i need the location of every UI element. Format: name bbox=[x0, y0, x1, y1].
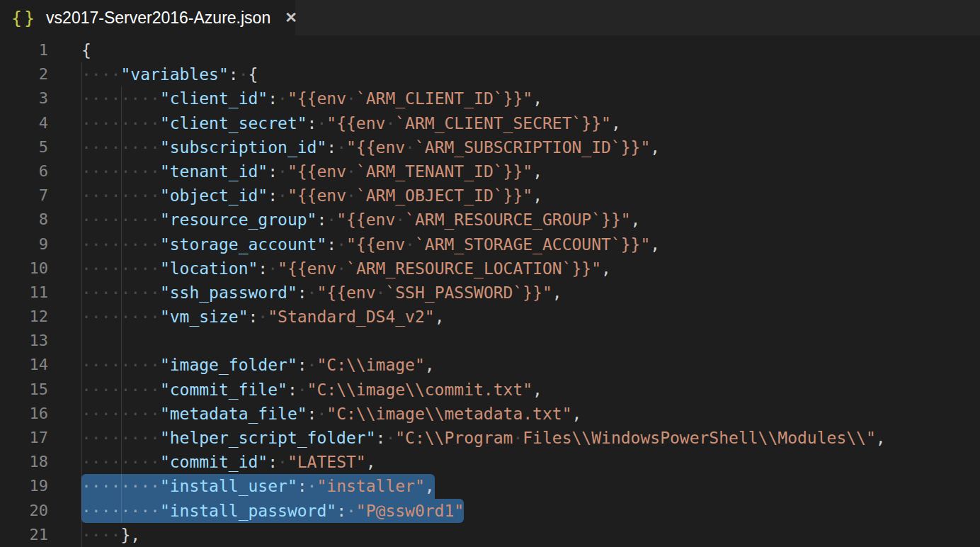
code-token: "C:\\image" bbox=[317, 356, 424, 374]
code-text: ········"resource_group":·"{{env·`ARM_RE… bbox=[81, 208, 640, 232]
code-token: ········ bbox=[81, 429, 160, 447]
whitespace-dot: · bbox=[111, 429, 121, 447]
code-line[interactable]: 10········"location":·"{{env·`ARM_RESOUR… bbox=[0, 256, 980, 281]
code-line[interactable]: 21····}, bbox=[0, 523, 980, 547]
line-number[interactable]: 21 bbox=[0, 523, 48, 547]
code-token: :· bbox=[258, 259, 278, 278]
code-line[interactable]: 12········"vm_size":·"Standard_DS4_v2", bbox=[0, 305, 980, 329]
code-token: "{{env·`ARM_STORAGE_ACCOUNT`}}" bbox=[346, 235, 650, 254]
whitespace-dot: · bbox=[130, 405, 140, 423]
whitespace-dot: · bbox=[140, 405, 150, 423]
whitespace-dot: · bbox=[120, 405, 130, 423]
code-token: , bbox=[532, 186, 542, 205]
whitespace-dot: · bbox=[297, 380, 307, 399]
code-token: "installer" bbox=[317, 477, 424, 495]
line-number[interactable]: 19 bbox=[0, 474, 48, 498]
whitespace-dot: · bbox=[346, 502, 356, 520]
whitespace-dot: · bbox=[130, 259, 140, 278]
code-line[interactable]: 9········"storage_account":·"{{env·`ARM_… bbox=[0, 232, 980, 256]
code-text: ····}, bbox=[81, 523, 140, 547]
code-line[interactable]: 18········"commit_id":·"LATEST", bbox=[0, 450, 980, 474]
code-token: "object_id" bbox=[160, 186, 268, 205]
whitespace-dot: · bbox=[101, 114, 111, 132]
whitespace-dot: · bbox=[81, 138, 91, 157]
code-line[interactable]: 17········"helper_script_folder":·"C:\\P… bbox=[0, 426, 980, 450]
line-number[interactable]: 4 bbox=[0, 111, 48, 135]
whitespace-dot: · bbox=[101, 259, 111, 278]
line-number[interactable]: 5 bbox=[0, 135, 48, 159]
code-line[interactable]: 2····"variables":·{ bbox=[0, 62, 980, 86]
line-number[interactable]: 10 bbox=[0, 256, 48, 281]
code-token: "helper_script_folder" bbox=[160, 429, 376, 447]
code-token: , bbox=[425, 356, 435, 374]
line-number[interactable]: 20 bbox=[0, 499, 48, 523]
code-line[interactable]: 3········"client_id":·"{{env·`ARM_CLIENT… bbox=[0, 86, 980, 111]
code-text: ····"variables":·{ bbox=[81, 62, 258, 86]
code-token: ········ bbox=[81, 502, 160, 520]
line-number[interactable]: 17 bbox=[0, 426, 48, 450]
whitespace-dot: · bbox=[91, 65, 101, 84]
code-line[interactable]: 1{ bbox=[0, 38, 980, 62]
code-token: , bbox=[611, 114, 621, 132]
code-text: ········"image_folder":·"C:\\image", bbox=[81, 353, 435, 377]
code-token: ····}, bbox=[81, 526, 140, 544]
code-line[interactable]: 4········"client_secret":·"{{env·`ARM_CL… bbox=[0, 111, 980, 135]
line-number[interactable]: 16 bbox=[0, 402, 48, 426]
code-token: :· bbox=[297, 283, 317, 302]
whitespace-dot: · bbox=[140, 89, 150, 108]
code-token: , bbox=[532, 89, 542, 108]
whitespace-dot: · bbox=[130, 502, 140, 520]
code-line[interactable]: 8········"resource_group":·"{{env·`ARM_R… bbox=[0, 208, 980, 232]
line-number[interactable]: 14 bbox=[0, 353, 48, 377]
whitespace-dot: · bbox=[91, 259, 101, 278]
whitespace-dot: · bbox=[111, 210, 121, 229]
code-line[interactable]: 13 bbox=[0, 329, 980, 353]
editor[interactable]: 1{2····"variables":·{3········"client_id… bbox=[0, 35, 980, 547]
code-token: "metadata_file" bbox=[160, 405, 307, 423]
whitespace-dot: · bbox=[101, 89, 111, 108]
line-number[interactable]: 11 bbox=[0, 281, 48, 305]
whitespace-dot: · bbox=[91, 283, 101, 302]
line-number[interactable]: 18 bbox=[0, 450, 48, 474]
whitespace-dot: · bbox=[101, 356, 111, 374]
line-number[interactable]: 12 bbox=[0, 305, 48, 329]
code-text: ········"location":·"{{env·`ARM_RESOURCE… bbox=[81, 256, 611, 281]
whitespace-dot: · bbox=[513, 429, 523, 447]
code-token: "image_folder" bbox=[160, 356, 297, 374]
line-number[interactable]: 7 bbox=[0, 184, 48, 208]
line-number[interactable]: 2 bbox=[0, 62, 48, 86]
whitespace-dot: · bbox=[120, 308, 130, 326]
code-line[interactable]: 6········"tenant_id":·"{{env·`ARM_TENANT… bbox=[0, 159, 980, 184]
code-line[interactable]: 20········"install_password":·"P@ssw0rd1… bbox=[0, 499, 980, 523]
code-text: ········"commit_id":·"LATEST", bbox=[81, 450, 376, 474]
code-line[interactable]: 15········"commit_file":·"C:\\image\\com… bbox=[0, 378, 980, 402]
code-token: "variables" bbox=[120, 65, 228, 84]
code-line[interactable]: 11········"ssh_password":·"{{env·`SSH_PA… bbox=[0, 281, 980, 305]
line-number[interactable]: 13 bbox=[0, 329, 48, 353]
whitespace-dot: · bbox=[150, 259, 160, 278]
tab-vs2017-server2016-azure[interactable]: {} vs2017-Server2016-Azure.json ✕ bbox=[0, 0, 295, 35]
whitespace-dot: · bbox=[239, 65, 249, 84]
code-line[interactable]: 19········"install_user":·"installer", bbox=[0, 474, 980, 498]
whitespace-dot: · bbox=[81, 526, 91, 544]
code-line[interactable]: 5········"subscription_id":·"{{env·`ARM_… bbox=[0, 135, 980, 159]
whitespace-dot: · bbox=[307, 283, 317, 302]
code-token: ········ bbox=[81, 210, 160, 229]
code-line[interactable]: 7········"object_id":·"{{env·`ARM_OBJECT… bbox=[0, 184, 980, 208]
code-token: ········ bbox=[81, 477, 160, 495]
line-number[interactable]: 3 bbox=[0, 86, 48, 111]
whitespace-dot: · bbox=[140, 283, 150, 302]
code-text: ········"vm_size":·"Standard_DS4_v2", bbox=[81, 305, 444, 329]
line-number[interactable]: 9 bbox=[0, 232, 48, 256]
line-number[interactable]: 8 bbox=[0, 208, 48, 232]
code-line[interactable]: 16········"metadata_file":·"C:\\image\\m… bbox=[0, 402, 980, 426]
line-number[interactable]: 6 bbox=[0, 159, 48, 184]
line-number[interactable]: 15 bbox=[0, 378, 48, 402]
line-number[interactable]: 1 bbox=[0, 38, 48, 62]
tab-close-icon[interactable]: ✕ bbox=[285, 8, 297, 28]
code-token: "install_user" bbox=[160, 477, 297, 495]
code-token: "{{env·`ARM_CLIENT_SECRET`}}" bbox=[326, 114, 611, 132]
whitespace-dot: · bbox=[120, 259, 130, 278]
whitespace-dot: · bbox=[140, 429, 150, 447]
code-line[interactable]: 14········"image_folder":·"C:\\image", bbox=[0, 353, 980, 377]
